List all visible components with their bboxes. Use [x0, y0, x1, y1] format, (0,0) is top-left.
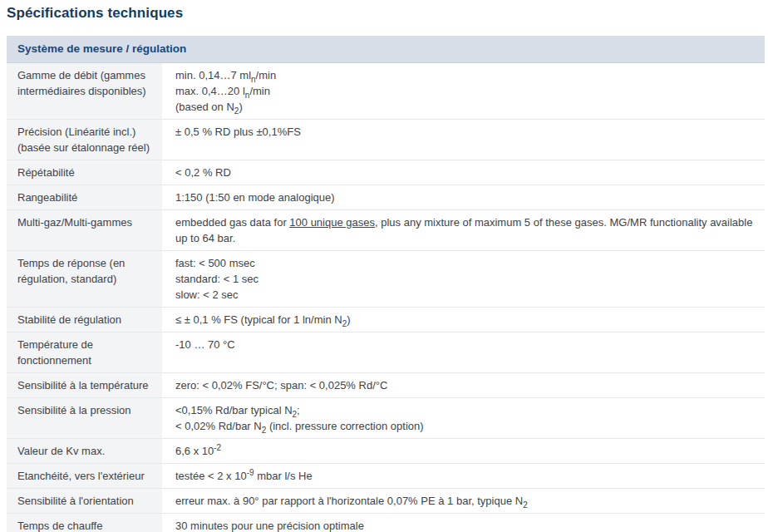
table-row: Température de fonctionnement -10 … 70 °… [7, 332, 765, 373]
row-label: Valeur de Kv max. [7, 439, 162, 463]
row-value: 1:150 (1:50 en mode analogique) [162, 185, 765, 209]
value-text: 30 minutes pour une précision optimale [175, 520, 364, 532]
row-label: Multi-gaz/Multi-gammes [7, 210, 162, 250]
value-text: embedded gas data for [175, 216, 289, 229]
row-value: zero: < 0,02% FS/°C; span: < 0,025% Rd/°… [162, 373, 765, 397]
value-text: max. 0,4…20 l [175, 85, 245, 97]
row-value: 30 minutes pour une précision optimale2 … [162, 514, 765, 532]
row-label: Temps de chauffe [7, 514, 162, 532]
value-line: slow: < 2 sec [175, 287, 753, 303]
table-row: Temps de chauffe 30 minutes pour une pré… [7, 514, 765, 532]
row-value: 6,6 x 10-2 [162, 439, 765, 463]
table-row: Stabilité de régulation ≤ ± 0,1 % FS (ty… [7, 308, 765, 332]
value-text: testée < 2 x 10 [175, 470, 247, 482]
row-label: Précision (Linéarité incl.) (basée sur é… [7, 120, 162, 160]
table-row: Valeur de Kv max. 6,6 x 10-2 [7, 439, 765, 464]
row-label: Température de fonctionnement [7, 332, 162, 372]
row-value: ≤ ± 0,1 % FS (typical for 1 ln/min N2) [162, 308, 765, 332]
value-line: min. 0,14…7 mln/min [175, 67, 753, 83]
value-text: min. 0,14…7 ml [175, 69, 251, 81]
value-text: standard: < 1 sec [175, 273, 258, 285]
table-row: Rangeabilité 1:150 (1:50 en mode analogi… [7, 185, 765, 210]
value-text: /min [256, 69, 277, 81]
table-row: Etanchéité, vers l'extérieur testée < 2 … [7, 464, 765, 489]
value-line: fast: < 500 msec [175, 255, 753, 271]
row-label: Stabilité de régulation [7, 308, 162, 332]
value-text: ) [347, 313, 350, 326]
table-row: Sensibilité à la température zero: < 0,0… [7, 373, 765, 398]
value-line: -10 … 70 °C [175, 337, 753, 352]
value-text: < 0,02% Rd/bar N [175, 420, 262, 432]
value-text: <0,15% Rd/bar typical N [175, 404, 293, 416]
value-text: ; [297, 404, 300, 416]
row-value: <0,15% Rd/bar typical N2;< 0,02% Rd/bar … [162, 398, 765, 438]
value-text: fast: < 500 msec [175, 257, 255, 269]
value-line: <0,15% Rd/bar typical N2; [175, 402, 753, 418]
row-label: Etanchéité, vers l'extérieur [7, 464, 162, 488]
value-text: < 0,2 % RD [175, 166, 231, 179]
row-label: Gamme de débit (gammes intermédiaires di… [7, 63, 162, 119]
value-text: ≤ ± 0,1 % FS (typical for 1 ln/min N [175, 313, 342, 326]
value-line: 1:150 (1:50 en mode analogique) [175, 190, 753, 205]
superscript-text: -9 [247, 468, 254, 477]
page-title: Spécifications techniques [7, 5, 768, 22]
row-value: min. 0,14…7 mln/minmax. 0,4…20 ln/min(ba… [162, 63, 765, 119]
table-row: Sensibilité à la pression <0,15% Rd/bar … [7, 398, 765, 439]
row-value: ± 0,5 % RD plus ±0,1%FS [162, 120, 765, 160]
spec-table: Système de mesure / régulation Gamme de … [7, 36, 765, 532]
row-label: Répétabilité [7, 160, 162, 185]
row-value: erreur max. à 90° par rapport à l'horizo… [162, 489, 765, 513]
row-label: Temps de réponse (en régulation, standar… [7, 251, 162, 307]
spec-table-body: Gamme de débit (gammes intermédiaires di… [7, 63, 765, 532]
value-text: (incl. pressure correction option) [266, 420, 423, 432]
table-row: Temps de réponse (en régulation, standar… [7, 251, 765, 308]
table-row: Gamme de débit (gammes intermédiaires di… [7, 63, 765, 120]
table-row: Précision (Linéarité incl.) (basée sur é… [7, 120, 765, 160]
value-line: max. 0,4…20 ln/min [175, 83, 753, 99]
value-text: ± 0,5 % RD plus ±0,1%FS [175, 126, 301, 138]
section-header: Système de mesure / régulation [7, 36, 765, 63]
value-text: zero: < 0,02% FS/°C; span: < 0,025% Rd/°… [175, 379, 387, 392]
table-row: Répétabilité < 0,2 % RD [7, 160, 765, 185]
value-line: zero: < 0,02% FS/°C; span: < 0,025% Rd/°… [175, 377, 753, 393]
value-text: slow: < 2 sec [175, 288, 239, 301]
row-value: -10 … 70 °C [162, 332, 765, 372]
value-text: 1:150 (1:50 en mode analogique) [175, 191, 335, 204]
value-text: erreur max. à 90° par rapport à l'horizo… [175, 495, 523, 507]
value-line: erreur max. à 90° par rapport à l'horizo… [175, 493, 753, 509]
value-text: 6,6 x 10 [175, 445, 214, 457]
value-text: -10 … 70 °C [175, 338, 235, 351]
value-line: ≤ ± 0,1 % FS (typical for 1 ln/min N2) [175, 312, 753, 328]
superscript-text: -2 [214, 443, 221, 452]
row-value: fast: < 500 msecstandard: < 1 secslow: <… [162, 251, 765, 307]
value-line: 6,6 x 10-2 [175, 443, 753, 459]
value-text: (based on N [175, 101, 234, 113]
row-label: Sensibilité à la pression [7, 398, 162, 438]
value-line: standard: < 1 sec [175, 271, 753, 287]
row-value: embedded gas data for 100 unique gases, … [162, 210, 765, 250]
value-line: ± 0,5 % RD plus ±0,1%FS [175, 124, 753, 140]
table-row: Sensibilité à l'orientation erreur max. … [7, 489, 765, 514]
row-value: testée < 2 x 10-9 mbar l/s He [162, 464, 765, 488]
value-text: mbar l/s He [254, 470, 313, 482]
row-label: Sensibilité à la température [7, 373, 162, 397]
unique-gases-link[interactable]: 100 unique gases [289, 216, 375, 229]
value-text: /min [249, 85, 270, 97]
value-line: embedded gas data for 100 unique gases, … [175, 214, 753, 246]
value-text: ) [239, 101, 242, 113]
value-line: testée < 2 x 10-9 mbar l/s He [175, 468, 753, 484]
value-line: 30 minutes pour une précision optimale [175, 518, 753, 532]
value-line: < 0,02% Rd/bar N2 (incl. pressure correc… [175, 418, 753, 434]
row-label: Rangeabilité [7, 185, 162, 209]
value-line: < 0,2 % RD [175, 165, 753, 180]
row-value: < 0,2 % RD [162, 160, 765, 185]
table-row: Multi-gaz/Multi-gammes embedded gas data… [7, 210, 765, 251]
row-label: Sensibilité à l'orientation [7, 489, 162, 513]
subscript-text: 2 [523, 500, 528, 510]
value-line: (based on N2) [175, 99, 753, 115]
